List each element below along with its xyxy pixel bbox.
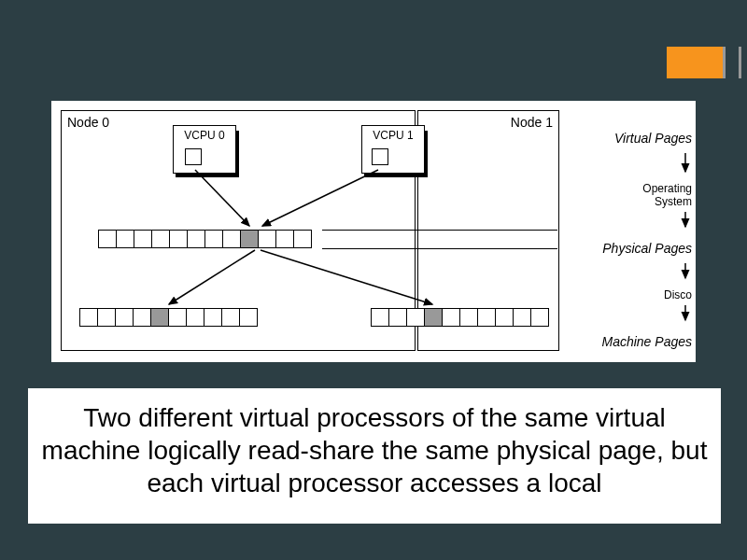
memory-cell bbox=[477, 308, 496, 327]
vcpu-1-page-cell bbox=[372, 148, 388, 165]
legend-machine-pages: Machine Pages bbox=[571, 334, 692, 349]
memory-cell bbox=[442, 308, 460, 327]
vcpu-0-page-cell bbox=[185, 148, 202, 165]
legend-arrow-1 bbox=[571, 151, 692, 180]
vcpu-1-label: VCPU 1 bbox=[362, 129, 424, 142]
vcpu-0-label: VCPU 0 bbox=[174, 129, 235, 142]
arrow-vcpu1-to-physical bbox=[255, 166, 386, 233]
memory-cell bbox=[169, 230, 188, 248]
caption-text: Two different virtual processors of the … bbox=[28, 388, 721, 524]
legend-arrow-4 bbox=[571, 303, 692, 329]
memory-cell bbox=[116, 230, 134, 248]
node-0-label: Node 0 bbox=[67, 115, 109, 130]
memory-cell bbox=[115, 308, 134, 327]
arrow-physical-to-machine0 bbox=[162, 246, 264, 312]
node-1-label: Node 1 bbox=[511, 115, 553, 130]
memory-cell bbox=[151, 230, 170, 248]
svg-line-1 bbox=[262, 170, 378, 226]
memory-cell bbox=[495, 308, 514, 327]
legend-disco: Disco bbox=[571, 288, 692, 301]
side-legend: Virtual Pages Operating System Physical … bbox=[571, 110, 692, 351]
legend-physical-pages: Physical Pages bbox=[571, 241, 692, 256]
figure-panel: Node 0 Node 1 VCPU 0 VCPU 1 bbox=[51, 101, 696, 362]
memory-cell bbox=[530, 308, 549, 327]
memory-cell bbox=[134, 230, 152, 248]
legend-arrow-2 bbox=[571, 210, 692, 235]
legend-os: Operating System bbox=[571, 182, 692, 208]
memory-cell bbox=[459, 308, 478, 327]
corner-decoration bbox=[667, 47, 747, 78]
svg-line-2 bbox=[169, 250, 255, 304]
memory-cell bbox=[97, 308, 116, 327]
legend-virtual-pages: Virtual Pages bbox=[571, 131, 692, 146]
svg-line-3 bbox=[261, 250, 432, 304]
arrow-physical-to-machine1 bbox=[257, 246, 444, 312]
memory-cell bbox=[98, 230, 117, 248]
svg-line-0 bbox=[195, 170, 249, 226]
memory-cell bbox=[133, 308, 151, 327]
memory-cell bbox=[79, 308, 98, 327]
legend-arrow-3 bbox=[571, 261, 692, 287]
arrow-vcpu0-to-physical bbox=[191, 166, 257, 233]
memory-cell bbox=[513, 308, 531, 327]
